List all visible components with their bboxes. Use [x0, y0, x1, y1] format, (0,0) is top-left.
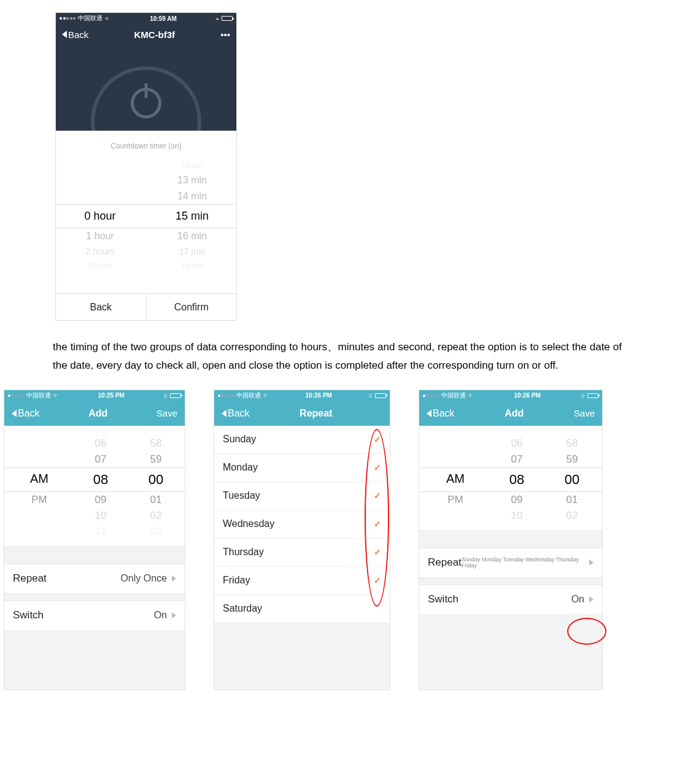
picker-option[interactable]: PM — [15, 492, 64, 508]
picker-selected-ampm[interactable]: AM — [431, 468, 480, 491]
back-button[interactable]: Back — [427, 408, 455, 419]
day-row[interactable]: Friday✓ — [214, 567, 390, 595]
picker-option[interactable]: 07 — [498, 452, 535, 467]
nav-bar: Back Repeat — [214, 401, 390, 426]
picker-option[interactable]: 12 min — [158, 159, 226, 172]
page-title: Repeat — [300, 408, 332, 419]
sheet-confirm-button[interactable]: Confirm — [146, 294, 237, 320]
description-paragraph: the timing of the two groups of data cor… — [53, 338, 622, 375]
day-label: Monday — [223, 462, 258, 473]
sheet-back-button[interactable]: Back — [56, 294, 146, 320]
day-label: Wednesday — [223, 518, 274, 529]
picker-option[interactable]: 58 — [137, 436, 174, 452]
picker-option[interactable]: 59 — [554, 452, 590, 467]
chevron-right-icon — [589, 596, 594, 602]
picker-option[interactable]: 13 min — [158, 172, 226, 188]
spacer — [4, 594, 185, 601]
back-button[interactable]: Back — [62, 29, 88, 40]
picker-option[interactable]: 01 — [554, 492, 590, 508]
back-button[interactable]: Back — [222, 408, 250, 419]
picker-option[interactable]: 10 — [498, 508, 535, 524]
status-bar: 中国联通 ᯤ 10:26 PM ♫ — [419, 390, 602, 401]
repeat-label: Repeat — [428, 556, 462, 569]
picker-option[interactable]: 17 min — [158, 244, 226, 259]
picker-option[interactable]: PM — [431, 492, 480, 508]
picker-option[interactable]: 03 — [137, 524, 174, 540]
picker-option[interactable] — [66, 164, 134, 169]
picker-option[interactable]: 18 min — [158, 259, 226, 272]
power-icon[interactable] — [131, 88, 161, 118]
picker-option[interactable]: 02 — [137, 508, 174, 524]
switch-value: On — [154, 610, 167, 621]
picker-option[interactable]: 2 hours — [66, 244, 134, 259]
nav-bar: Back Add Save — [4, 401, 185, 426]
check-icon: ✓ — [374, 463, 381, 472]
picker-option[interactable]: 59 — [137, 452, 174, 467]
picker-selected-hour[interactable]: 08 — [498, 468, 535, 491]
spacer — [419, 578, 602, 585]
wifi-icon: ᯤ — [53, 392, 60, 399]
repeat-value: Only Once — [120, 573, 167, 584]
headphones-icon: ♫ — [163, 392, 168, 399]
battery-icon — [375, 393, 386, 398]
picker-selected-ampm[interactable]: AM — [15, 468, 64, 491]
day-label: Thursday — [223, 547, 264, 558]
chevron-left-icon — [222, 410, 226, 417]
status-bar: 中国联通 ᯤ 10:25 PM ♫ — [4, 390, 185, 401]
picker-option[interactable]: 09 — [82, 492, 119, 508]
repeat-row[interactable]: Repeat Only Once — [4, 564, 185, 594]
duration-picker[interactable]: 12 min 13 min 14 min 0 hour 15 min 1 hou… — [56, 159, 236, 287]
picker-selected-min[interactable]: 00 — [554, 468, 590, 491]
status-time: 10:59 AM — [115, 15, 212, 22]
picker-option[interactable]: 58 — [554, 436, 590, 452]
picker-option[interactable] — [66, 159, 134, 164]
back-button[interactable]: Back — [12, 408, 40, 419]
picker-selected-hour[interactable]: 0 hour — [66, 205, 134, 228]
save-button[interactable]: Save — [574, 408, 595, 418]
day-row[interactable]: Saturday — [214, 595, 390, 623]
wifi-icon: ᯤ — [263, 392, 269, 399]
save-button[interactable]: Save — [157, 408, 177, 418]
picker-selected-min[interactable]: 15 min — [158, 205, 226, 228]
picker-option[interactable]: 11 — [82, 524, 119, 540]
battery-icon — [222, 16, 233, 21]
switch-row[interactable]: Switch On — [4, 601, 185, 631]
picker-option[interactable]: 1 hour — [66, 228, 134, 244]
chevron-right-icon — [172, 575, 176, 582]
day-row[interactable]: Sunday✓ — [214, 426, 390, 454]
picker-option[interactable]: 06 — [82, 436, 119, 452]
picker-option[interactable]: 16 min — [158, 228, 226, 244]
day-row[interactable]: Wednesday✓ — [214, 510, 390, 539]
time-picker[interactable]: 06 58 07 59 AM 08 00 PM 09 01 10 02 — [4, 426, 185, 546]
page-title: Add — [505, 408, 524, 419]
picker-option[interactable]: 14 min — [158, 188, 226, 204]
days-list: Sunday✓Monday✓Tuesday✓Wednesday✓Thursday… — [214, 426, 390, 623]
switch-row[interactable]: Switch On — [419, 585, 602, 615]
repeat-row[interactable]: Repeat Sunday Monday Tuesday Wednesday T… — [419, 548, 602, 578]
repeat-screenshot: 中国联通 ᯤ 10:26 PM ♫ Back Repeat Sunday✓Mon… — [214, 390, 390, 690]
day-row[interactable]: Thursday✓ — [214, 539, 390, 567]
picker-option[interactable]: 07 — [82, 452, 119, 467]
countdown-screenshot: 中国联通 ᯤ 10:59 AM ⌁ Back KMC-bf3f ••• Coun… — [55, 12, 237, 321]
picker-option[interactable]: 01 — [137, 492, 174, 508]
status-time: 10:25 PM — [62, 392, 161, 399]
sheet-title: Countdown timer (on) — [56, 131, 236, 159]
carrier-label: 中国联通 — [441, 391, 466, 400]
picker-selected-min[interactable]: 00 — [137, 468, 174, 491]
more-button[interactable]: ••• — [220, 29, 230, 40]
spacer — [214, 623, 390, 690]
time-picker[interactable]: 06 58 07 59 AM 08 00 PM 09 01 — [419, 426, 602, 530]
picker-selected-hour[interactable]: 08 — [82, 468, 119, 491]
page-title: KMC-bf3f — [134, 29, 175, 40]
picker-option[interactable]: 06 — [498, 436, 535, 452]
picker-option[interactable]: 02 — [554, 508, 590, 524]
check-icon: ✓ — [374, 491, 381, 501]
nav-bar: Back KMC-bf3f ••• — [56, 24, 236, 45]
check-icon: ✓ — [374, 547, 381, 557]
day-row[interactable]: Tuesday✓ — [214, 482, 390, 510]
switch-label: Switch — [13, 609, 44, 621]
picker-option[interactable]: 10 — [82, 508, 119, 524]
day-row[interactable]: Monday✓ — [214, 454, 390, 482]
picker-option[interactable]: 3 hours — [66, 259, 134, 272]
picker-option[interactable]: 09 — [498, 492, 535, 508]
